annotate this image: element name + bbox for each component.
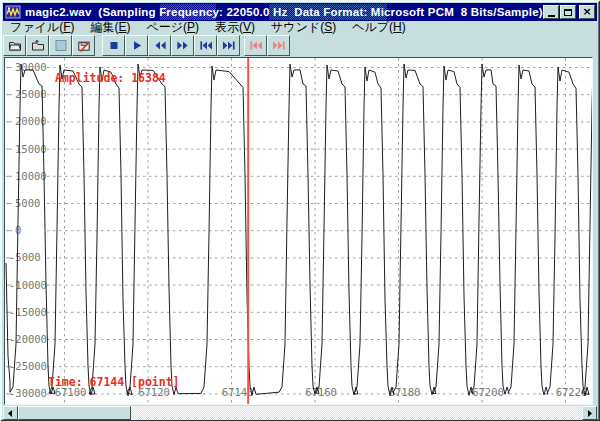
waveform-canvas[interactable]: 300002500020000150001000050000-5000-1000…	[5, 58, 592, 404]
close-icon: ×	[582, 7, 591, 17]
scroll-left-button[interactable]	[3, 406, 18, 420]
go-start-icon	[199, 39, 213, 52]
maximize-icon	[564, 9, 572, 16]
marker-forward-icon	[272, 39, 286, 52]
toolbar	[3, 35, 290, 57]
menu-e[interactable]: 編集(E)	[84, 19, 136, 36]
waveform-view[interactable]: 300002500020000150001000050000-5000-1000…	[4, 57, 593, 405]
save-icon	[77, 39, 91, 52]
go-end-icon	[222, 39, 236, 52]
menu-s[interactable]: サウンド(S)	[265, 19, 342, 36]
app-icon	[5, 5, 21, 19]
menu-f[interactable]: ファイル(F)	[4, 19, 80, 36]
grid-layer: 300002500020000150001000050000-5000-1000…	[6, 58, 592, 404]
blank-square-icon	[54, 39, 68, 52]
export-button[interactable]	[26, 35, 49, 56]
window-controls: ×	[542, 5, 595, 19]
open-button[interactable]	[3, 35, 26, 56]
axis-tick-label: -30000	[9, 387, 47, 399]
forward-icon	[176, 39, 190, 52]
axis-tick-label: 30000	[15, 61, 47, 73]
play-button[interactable]	[125, 35, 148, 56]
axis-tick-label: -20000	[9, 333, 47, 345]
maximize-button[interactable]	[560, 5, 576, 19]
menubar: ファイル(F)編集(E)ページ(P)表示(V)サウンド(S)ヘルプ(H)	[4, 20, 594, 35]
new-blank-button[interactable]	[49, 35, 72, 56]
waveform-polyline	[6, 64, 592, 396]
waveform-trace	[6, 64, 592, 396]
amplitude-readout: Amplitude: 16384	[55, 71, 166, 85]
menu-v[interactable]: 表示(V)	[209, 19, 261, 36]
right-arrow-icon	[585, 409, 594, 418]
stop-icon	[107, 39, 121, 52]
scroll-right-button[interactable]	[582, 406, 597, 420]
folder-out-icon	[31, 39, 45, 52]
axis-tick-label: 67160	[305, 386, 337, 398]
axis-tick-label: 10000	[15, 170, 47, 182]
minimize-icon	[548, 15, 555, 17]
axis-tick-label: -15000	[9, 306, 47, 318]
scrollbar-thumb[interactable]	[18, 406, 131, 420]
axis-tick-label: -5000	[9, 251, 41, 263]
rewind-button[interactable]	[148, 35, 171, 56]
axis-tick-label: -10000	[9, 279, 47, 291]
axis-tick-label: 67200	[472, 386, 504, 398]
play-icon	[130, 39, 144, 52]
time-readout: Time: 67144 [point]	[48, 375, 180, 389]
marker-forward-button[interactable]	[267, 35, 290, 56]
forward-button[interactable]	[171, 35, 194, 56]
horizontal-scrollbar[interactable]	[3, 406, 597, 420]
folder-open-icon	[8, 39, 22, 52]
save-button[interactable]	[72, 35, 95, 56]
stop-button[interactable]	[102, 35, 125, 56]
go-start-button[interactable]	[194, 35, 217, 56]
menu-p[interactable]: ページ(P)	[140, 19, 205, 36]
application-window: magic2.wav (Sampling Frequency: 22050.0 …	[0, 0, 600, 421]
close-button[interactable]: ×	[579, 5, 595, 19]
left-arrow-icon	[6, 409, 15, 418]
window-title: magic2.wav (Sampling Frequency: 22050.0 …	[25, 6, 543, 18]
minimize-button[interactable]	[543, 5, 559, 19]
marker-rewind-button[interactable]	[244, 35, 267, 56]
menu-h[interactable]: ヘルプ(H)	[346, 19, 412, 36]
go-end-button[interactable]	[217, 35, 240, 56]
rewind-icon	[153, 39, 167, 52]
marker-rewind-icon	[249, 39, 263, 52]
